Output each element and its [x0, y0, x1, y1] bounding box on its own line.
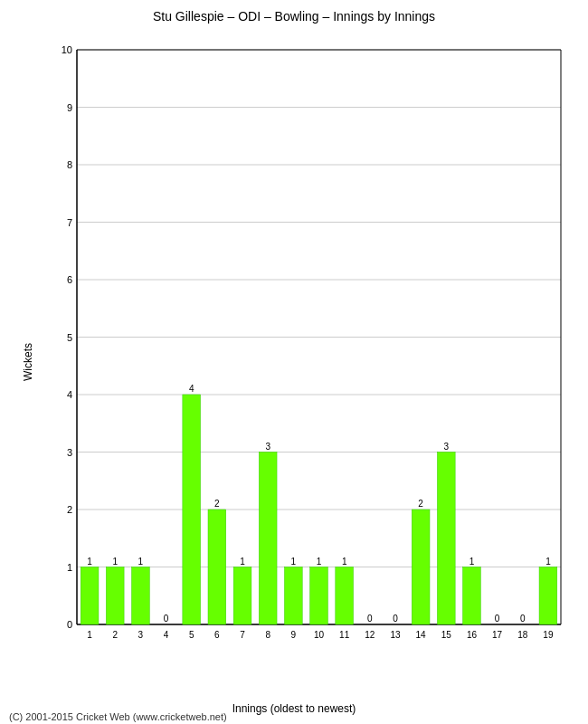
svg-rect-73: [539, 567, 557, 625]
svg-text:5: 5: [67, 332, 72, 343]
svg-rect-63: [437, 452, 455, 625]
svg-text:1: 1: [87, 557, 92, 567]
svg-text:13: 13: [390, 630, 401, 640]
chart-svg: 0123456789101112130445261738191101110120…: [50, 36, 570, 661]
svg-rect-35: [183, 395, 201, 624]
svg-rect-53: [336, 567, 354, 625]
svg-text:8: 8: [265, 630, 270, 640]
svg-text:9: 9: [291, 630, 297, 640]
svg-text:4: 4: [67, 389, 72, 400]
svg-text:1: 1: [342, 557, 347, 567]
svg-text:1: 1: [291, 557, 297, 567]
svg-rect-27: [106, 567, 124, 625]
svg-text:5: 5: [189, 630, 194, 640]
chart-title: Stu Gillespie – ODI – Bowling – Innings …: [0, 0, 588, 28]
svg-text:3: 3: [444, 442, 450, 452]
svg-text:11: 11: [339, 630, 350, 640]
svg-text:1: 1: [469, 557, 475, 567]
svg-text:7: 7: [67, 217, 72, 228]
svg-rect-66: [463, 567, 481, 625]
chart-container: Stu Gillespie – ODI – Bowling – Innings …: [0, 0, 588, 724]
svg-text:3: 3: [67, 447, 72, 458]
svg-text:3: 3: [138, 630, 144, 640]
svg-rect-30: [132, 567, 150, 625]
svg-text:0: 0: [520, 614, 526, 624]
svg-text:2: 2: [67, 504, 72, 515]
svg-text:1: 1: [240, 557, 245, 567]
svg-text:2: 2: [214, 499, 220, 509]
svg-text:3: 3: [265, 442, 270, 452]
svg-text:4: 4: [164, 630, 169, 640]
y-axis-label: Wickets: [22, 343, 34, 381]
svg-text:12: 12: [365, 630, 375, 640]
svg-text:0: 0: [393, 614, 398, 624]
svg-text:2: 2: [418, 499, 423, 509]
svg-text:17: 17: [492, 630, 503, 640]
svg-rect-38: [208, 510, 226, 624]
svg-text:15: 15: [441, 630, 452, 640]
svg-text:1: 1: [87, 630, 92, 640]
svg-text:1: 1: [67, 562, 72, 573]
copyright-text: (C) 2001-2015 Cricket Web (www.cricketwe…: [9, 711, 227, 722]
svg-rect-60: [412, 510, 430, 624]
svg-text:0: 0: [164, 614, 169, 624]
svg-text:14: 14: [416, 630, 427, 640]
svg-text:1: 1: [138, 557, 144, 567]
svg-text:1: 1: [112, 557, 118, 567]
svg-text:8: 8: [67, 159, 72, 170]
x-axis-label: Innings (oldest to newest): [232, 702, 356, 715]
svg-rect-24: [81, 567, 99, 625]
svg-text:1: 1: [545, 557, 551, 567]
svg-text:18: 18: [517, 630, 528, 640]
svg-text:10: 10: [314, 630, 325, 640]
svg-rect-44: [259, 452, 277, 625]
svg-text:9: 9: [67, 102, 72, 113]
svg-text:6: 6: [67, 274, 72, 285]
svg-rect-47: [284, 567, 302, 625]
svg-text:7: 7: [240, 630, 245, 640]
svg-rect-50: [310, 567, 328, 625]
svg-text:16: 16: [467, 630, 478, 640]
svg-text:6: 6: [214, 630, 220, 640]
svg-text:19: 19: [543, 630, 554, 640]
svg-text:4: 4: [189, 384, 194, 394]
svg-text:10: 10: [62, 44, 72, 55]
svg-text:1: 1: [317, 557, 322, 567]
svg-text:0: 0: [367, 614, 373, 624]
svg-rect-41: [233, 567, 251, 625]
svg-text:0: 0: [495, 614, 500, 624]
svg-text:2: 2: [112, 630, 118, 640]
svg-text:0: 0: [67, 619, 72, 630]
chart-area: 0123456789101112130445261738191101110120…: [50, 36, 570, 661]
